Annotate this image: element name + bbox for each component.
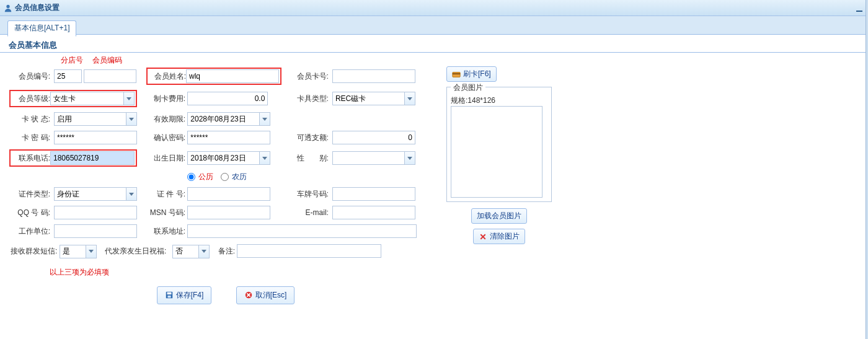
- label-confirm-pwd: 确认密码:: [141, 133, 185, 143]
- member-name-input[interactable]: [186, 69, 279, 83]
- remark-input[interactable]: [237, 244, 381, 258]
- label-card-fee: 制卡费用:: [141, 94, 185, 104]
- window-title: 会员信息设置: [15, 2, 60, 13]
- form-table: 会员编号: 会员姓名: 会员卡号: 会员等级:: [9, 65, 418, 261]
- overdraft-input[interactable]: [332, 131, 415, 144]
- chevron-down-icon[interactable]: [126, 187, 137, 201]
- card-icon: [452, 70, 461, 79]
- label-member-level: 会员等级:: [12, 94, 50, 104]
- label-email: E-mail:: [286, 203, 330, 222]
- swipe-card-button[interactable]: 刷卡[F6]: [446, 66, 497, 82]
- image-slot: [451, 106, 542, 198]
- relative-bless-select[interactable]: [172, 245, 210, 258]
- label-company: 工作单位:: [9, 222, 52, 240]
- svg-point-0: [6, 4, 9, 7]
- tab-strip: 基本信息[ALT+1]: [0, 16, 868, 35]
- svg-rect-6: [453, 73, 460, 74]
- form-area: 分店号 会员编码 会员编号: 会员姓名: 会员卡号: 会员等级:: [0, 54, 868, 306]
- chevron-down-icon[interactable]: [123, 92, 135, 105]
- image-fieldset: 会员图片 规格:148*126: [446, 87, 552, 202]
- label-card-pwd: 卡 密 码:: [9, 128, 52, 147]
- svg-rect-2: [167, 293, 171, 295]
- label-plate: 车牌号码:: [286, 185, 330, 203]
- minimize-icon[interactable]: [854, 3, 864, 12]
- chevron-down-icon[interactable]: [404, 151, 415, 165]
- hint-branch: 分店号: [61, 55, 83, 66]
- label-gender: 性 别:: [286, 147, 330, 169]
- id-type-select[interactable]: [54, 187, 137, 201]
- calendar-solar-radio[interactable]: 公历: [187, 172, 213, 181]
- label-qq: QQ 号 码:: [9, 203, 52, 222]
- label-member-name: 会员姓名:: [149, 71, 186, 82]
- label-card-type: 卡具类型:: [286, 87, 330, 110]
- label-msn: MSN 号码:: [141, 208, 185, 218]
- email-input[interactable]: [332, 206, 415, 219]
- image-spec: 规格:148*126: [451, 95, 547, 106]
- qq-input[interactable]: [54, 206, 137, 219]
- image-panel: 刷卡[F6] 会员图片 规格:148*126 加载会员图片 清除图片: [446, 66, 552, 244]
- chevron-down-icon[interactable]: [86, 245, 97, 258]
- label-card-no: 会员卡号:: [286, 65, 330, 87]
- member-level-select[interactable]: [50, 92, 135, 105]
- address-input[interactable]: [187, 224, 417, 238]
- card-type-select[interactable]: [332, 92, 415, 105]
- branch-no-input[interactable]: [54, 69, 82, 83]
- receive-sms-select[interactable]: [60, 245, 97, 258]
- chevron-down-icon[interactable]: [198, 245, 210, 258]
- chevron-down-icon[interactable]: [404, 92, 415, 105]
- right-border: [866, 0, 868, 339]
- label-remark: 备注:: [218, 247, 235, 255]
- label-valid-date: 有效期限:: [141, 114, 185, 125]
- label-relative-bless: 代发亲友生日祝福:: [105, 247, 166, 255]
- card-status-select[interactable]: [54, 112, 137, 126]
- gender-select[interactable]: [332, 151, 415, 165]
- valid-date-picker[interactable]: [187, 112, 270, 126]
- tab-basic-info[interactable]: 基本信息[ALT+1]: [7, 20, 76, 37]
- label-birthday: 出生日期:: [141, 153, 185, 164]
- note-required: 以上三项为必填项: [9, 261, 859, 280]
- label-address: 联系地址:: [141, 226, 185, 237]
- section-title: 会员基本信息: [0, 35, 868, 53]
- plate-input[interactable]: [332, 187, 415, 201]
- msn-input[interactable]: [187, 206, 270, 219]
- label-member-no: 会员编号:: [9, 65, 52, 87]
- image-legend: 会员图片: [451, 82, 485, 93]
- delete-icon: [479, 232, 487, 241]
- label-card-status: 卡 状 态:: [9, 110, 52, 128]
- label-receive-sms: 接收群发短信:: [11, 247, 57, 255]
- hint-code: 会员编码: [92, 55, 122, 66]
- card-no-input[interactable]: [332, 69, 415, 83]
- save-button[interactable]: 保存[F4]: [157, 286, 212, 304]
- chevron-down-icon[interactable]: [259, 151, 270, 165]
- label-overdraft: 可透支额:: [286, 128, 330, 147]
- cancel-button[interactable]: 取消[Esc]: [236, 286, 295, 304]
- card-pwd-input[interactable]: [54, 131, 137, 144]
- load-image-button[interactable]: 加载会员图片: [471, 208, 527, 224]
- company-input[interactable]: [54, 224, 137, 238]
- label-id-type: 证件类型:: [9, 185, 52, 203]
- chevron-down-icon[interactable]: [126, 112, 137, 126]
- phone-input[interactable]: [50, 151, 135, 165]
- svg-rect-3: [167, 296, 170, 298]
- label-phone: 联系电话:: [12, 153, 50, 164]
- card-fee-input[interactable]: [187, 92, 268, 105]
- save-icon: [165, 291, 174, 299]
- svg-rect-5: [453, 72, 460, 77]
- footer-buttons: 保存[F4] 取消[Esc]: [9, 280, 443, 304]
- cancel-icon: [244, 291, 253, 299]
- id-no-input[interactable]: [187, 187, 270, 201]
- title-bar: 会员信息设置: [0, 0, 868, 16]
- calendar-lunar-radio[interactable]: 农历: [221, 172, 247, 181]
- clear-image-button[interactable]: 清除图片: [473, 229, 525, 244]
- member-code-input[interactable]: [84, 69, 136, 83]
- label-id-no: 证 件 号:: [141, 189, 185, 200]
- chevron-down-icon[interactable]: [259, 112, 270, 126]
- hint-row: 分店号 会员编码: [9, 55, 859, 65]
- person-icon: [4, 4, 12, 12]
- confirm-pwd-input[interactable]: [187, 131, 270, 144]
- birthday-picker[interactable]: [187, 151, 270, 165]
